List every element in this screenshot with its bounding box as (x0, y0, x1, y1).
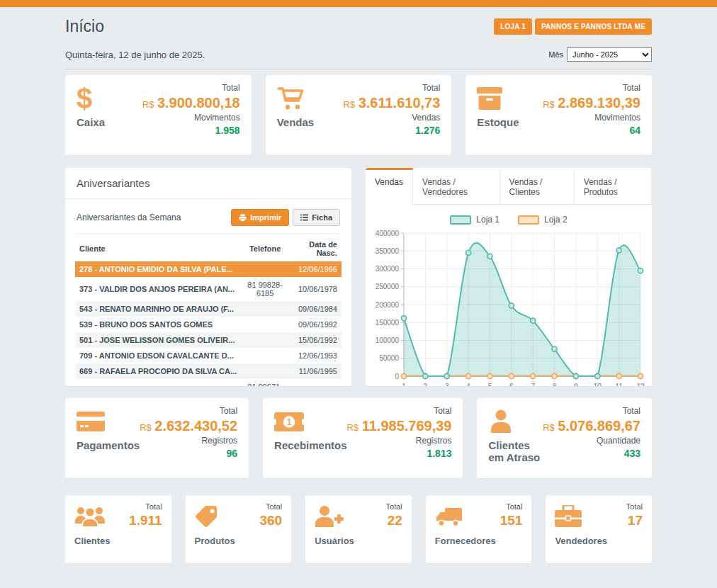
total-label: Total (543, 84, 640, 94)
svg-text:0: 0 (395, 373, 399, 380)
usuarios-card: Usuários Total 22 (305, 495, 412, 563)
count-label: Movimentos (543, 113, 640, 123)
total-label: Total (140, 407, 237, 417)
store-button[interactable]: LOJA 1 (494, 18, 532, 35)
total-value: 5.076.869,67 (558, 418, 640, 434)
total-label: Total (500, 502, 523, 511)
card-title: Usuários (315, 536, 354, 546)
dollar-icon: $ (77, 84, 92, 113)
birthdays-subtitle: Aniversariantes da Semana (77, 213, 181, 222)
total-value: 360 (259, 513, 282, 528)
total-label: Total (129, 502, 162, 511)
total-label: Total (344, 84, 441, 94)
birthday-row[interactable]: 709 - ANTONIO EDSON CAVALCANTE D...12/06… (75, 348, 341, 363)
total-label: Total (626, 502, 643, 511)
print-button[interactable]: Imprimir (231, 209, 289, 226)
fornecedores-card: Fornecedores Total 151 (426, 495, 532, 563)
svg-text:8: 8 (553, 383, 557, 386)
col-cliente: Cliente (75, 235, 241, 261)
svg-text:100000: 100000 (376, 337, 400, 344)
svg-text:150000: 150000 (376, 319, 400, 327)
company-button[interactable]: PANNOS E PANNOS LTDA ME (535, 18, 652, 35)
tab-vendas[interactable]: Vendas (366, 168, 413, 205)
birthday-row[interactable]: 669 - RAFAELA PROCOPIO DA SILVA CA...11/… (75, 363, 341, 379)
birthdays-panel-title: Aniversariantes (65, 168, 351, 199)
clientes-atraso-card: Clientes em Atraso Total R$ 5.076.869,67… (477, 398, 652, 478)
total-label: Total (142, 84, 240, 94)
loja1-swatch (450, 215, 471, 225)
svg-text:200000: 200000 (376, 301, 400, 309)
svg-text:9: 9 (574, 383, 578, 386)
count-value: 96 (140, 448, 237, 459)
produtos-card: Produtos Total 360 (186, 495, 292, 563)
vendas-card: Vendas Total R$ 3.611.610,73 Vendas 1.27… (266, 75, 452, 155)
month-select[interactable]: Junho - 2025 (567, 47, 652, 62)
tab-vendas-clientes[interactable]: Vendas / Clientes (500, 168, 575, 204)
total-value: 2.632.430,52 (154, 418, 237, 434)
svg-text:5: 5 (488, 383, 492, 386)
page-title: Início (65, 17, 104, 36)
total-value: 11.985.769,39 (362, 418, 452, 434)
card-title: Fornecedores (435, 536, 496, 546)
currency: R$ (543, 422, 555, 433)
legend-loja1: Loja 1 (450, 215, 499, 225)
pagamentos-card: Pagamentos Total R$ 2.632.430,52 Registr… (65, 398, 249, 478)
summary-cards-mid: Pagamentos Total R$ 2.632.430,52 Registr… (65, 398, 652, 478)
summary-cards-bottom: Clientes Total 1.911 Produtos Total 360 (65, 495, 652, 563)
svg-text:1: 1 (402, 383, 406, 386)
currency: R$ (347, 422, 359, 433)
svg-text:1: 1 (287, 417, 292, 427)
count-value: 64 (543, 125, 640, 136)
birthday-row[interactable]: 373 - VALDIR DOS ANJOS PEREIRA (AN...81 … (75, 277, 341, 301)
card-title: Clientes em Atraso (488, 439, 543, 463)
total-value: 17 (626, 513, 643, 528)
caixa-card: $ Caixa Total R$ 3.900.800,18 Movimentos… (65, 75, 252, 155)
top-accent-bar (0, 0, 717, 7)
total-label: Total (386, 502, 402, 511)
svg-text:400000: 400000 (376, 230, 400, 237)
total-label: Total (259, 502, 282, 511)
credit-card-icon (77, 407, 105, 436)
birthday-row[interactable]: 501 - JOSE WELISSON GOMES OLIVEIR...15/0… (75, 332, 341, 348)
card-title: Produtos (195, 536, 235, 546)
total-label: Total (347, 407, 452, 417)
tab-vendas-vendedores[interactable]: Vendas / Vendedores (413, 168, 500, 204)
header-buttons: LOJA 1 PANNOS E PANNOS LTDA ME (494, 18, 652, 35)
card-title: Pagamentos (77, 439, 140, 451)
total-value: 22 (386, 513, 402, 528)
currency: R$ (142, 99, 154, 110)
birthday-row[interactable]: 543 - RENATO MARINHO DE ARAUJO (F...09/0… (75, 301, 341, 317)
truck-icon (435, 502, 463, 531)
svg-text:10: 10 (594, 383, 602, 386)
svg-text:300000: 300000 (376, 265, 400, 273)
main-container: Início LOJA 1 PANNOS E PANNOS LTDA ME Qu… (65, 7, 652, 563)
card-title: Vendas (277, 116, 315, 128)
cart-icon (277, 84, 305, 113)
count-value: 1.813 (347, 448, 452, 459)
sales-area-chart: 0500001000001500002000002500003000003500… (366, 226, 652, 386)
count-value: 433 (543, 448, 640, 459)
count-label: Movimentos (142, 113, 240, 123)
ficha-button[interactable]: Ficha (293, 209, 340, 226)
card-title: Caixa (77, 116, 105, 128)
birthday-row[interactable]: 309 - ANA SEVERINA PAES DA SILVA81 99671… (75, 379, 341, 386)
current-date: Quinta-feira, 12 de junho de 2025. (65, 50, 205, 60)
svg-text:2: 2 (424, 383, 428, 386)
birthday-row[interactable]: 539 - BRUNO DOS SANTOS GOMES09/06/1992 (75, 317, 341, 332)
tab-vendas-produtos[interactable]: Vendas / Produtos (575, 168, 652, 204)
printer-icon (239, 214, 247, 222)
total-value: 2.869.130,39 (558, 95, 640, 111)
col-telefone: Telefone (241, 235, 289, 261)
svg-text:11: 11 (615, 383, 623, 386)
card-title: Vendedores (555, 536, 607, 546)
person-icon (488, 407, 514, 436)
total-value: 3.611.610,73 (358, 95, 441, 111)
user-plus-icon (315, 502, 344, 531)
count-label: Registros (347, 436, 452, 446)
legend-loja2: Loja 2 (518, 215, 568, 225)
box-icon (477, 84, 502, 113)
count-value: 1.958 (142, 125, 240, 136)
birthday-row[interactable]: 278 - ANTONIO EMIDIO DA SILVA (PALE...12… (75, 261, 341, 277)
month-filter: Mês Junho - 2025 (548, 47, 652, 62)
count-label: Vendas (344, 113, 441, 123)
